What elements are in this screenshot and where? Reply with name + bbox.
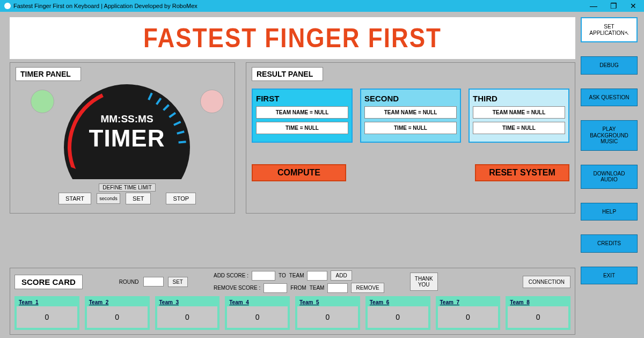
result-team-field: TEAM NAME = NULL — [473, 106, 565, 119]
result-time-field: TIME = NULL — [364, 122, 457, 134]
team-label: TEAM — [310, 285, 325, 291]
compute-button[interactable]: COMPUTE — [252, 164, 346, 181]
result-team-field: TEAM NAME = NULL — [364, 106, 457, 119]
close-button[interactable]: ✕ — [627, 2, 640, 10]
banner: FASTEST FINGER FIRST — [10, 17, 575, 59]
maximize-button[interactable]: ❐ — [607, 2, 620, 10]
to-label: TO — [279, 273, 286, 278]
result-panel-title: RESULT PANEL — [252, 67, 323, 81]
titlebar: Fastest Finger First on Keyboard | Appli… — [0, 0, 644, 12]
window-title: Fastest Finger First on Keyboard | Appli… — [13, 3, 197, 9]
remove-score-input[interactable] — [264, 283, 287, 293]
add-score-label: ADD SCORE : — [214, 273, 248, 278]
define-time-limit-label: DEFINE TIME LIMIT — [99, 183, 156, 192]
team-box: Team_30 — [155, 296, 220, 330]
exit-button[interactable]: EXIT — [581, 267, 638, 285]
team-score-value: 0 — [297, 306, 358, 328]
team-score-value: 0 — [157, 306, 218, 328]
timer-label: TIMER — [64, 125, 190, 152]
team-score-value: 0 — [17, 306, 77, 328]
debug-button[interactable]: DEBUG — [581, 56, 638, 75]
from-label: FROM — [290, 285, 306, 291]
help-button[interactable]: HELP — [581, 203, 638, 221]
team-name-label: Team_4 — [227, 298, 288, 306]
team-label: TEAM — [289, 273, 304, 278]
result-time-field: TIME = NULL — [473, 122, 565, 134]
team-name-label: Team_7 — [438, 298, 499, 306]
result-card-second: SECOND TEAM NAME = NULL TIME = NULL — [360, 89, 461, 143]
green-indicator-icon — [31, 90, 54, 113]
timer-gauge: MM:SS:MS TIMER — [64, 84, 190, 159]
team-box: Team_50 — [295, 296, 360, 330]
team-box: Team_20 — [85, 296, 150, 330]
remove-button[interactable]: REMOVE — [351, 283, 384, 293]
team-name-label: Team_8 — [508, 298, 568, 306]
result-card-third: THIRD TEAM NAME = NULL TIME = NULL — [469, 89, 569, 143]
set-application-button[interactable]: SETAPPLICATION↖ — [581, 17, 638, 42]
team-name-label: Team_3 — [157, 298, 218, 306]
team-name-label: Team_2 — [87, 298, 148, 306]
sidebar: SETAPPLICATION↖ DEBUG ASK QUESTION PLAYB… — [581, 12, 644, 338]
download-audio-button[interactable]: DOWNLOADAUDIO — [581, 165, 638, 189]
remove-score-label: REMOVE SCORE : — [214, 285, 260, 291]
set-round-button[interactable]: SET — [168, 277, 188, 287]
banner-title: FASTEST FINGER FIRST — [143, 23, 442, 54]
result-rank-label: SECOND — [364, 94, 457, 103]
result-team-field: TEAM NAME = NULL — [256, 106, 348, 119]
round-label: ROUND — [119, 279, 139, 285]
result-card-first: FIRST TEAM NAME = NULL TIME = NULL — [252, 89, 353, 143]
team-score-value: 0 — [438, 306, 499, 328]
seconds-input[interactable]: seconds — [97, 193, 120, 204]
team-score-value: 0 — [368, 306, 428, 328]
team-box: Team_70 — [436, 296, 501, 330]
team-score-value: 0 — [227, 306, 288, 328]
start-button[interactable]: START — [58, 193, 91, 204]
add-score-input[interactable] — [252, 271, 275, 281]
result-rank-label: THIRD — [473, 94, 565, 103]
timer-panel-title: TIMER PANEL — [16, 67, 81, 81]
team-score-value: 0 — [508, 306, 568, 328]
round-input[interactable] — [143, 277, 164, 286]
connection-button[interactable]: CONNECTION — [523, 276, 570, 288]
play-music-button[interactable]: PLAYBACKGROUNDMUSIC — [581, 120, 638, 151]
team-score-value: 0 — [87, 306, 148, 328]
team-box: Team_10 — [14, 296, 79, 330]
minimize-button[interactable]: — — [587, 2, 601, 10]
team-box: Team_60 — [365, 296, 430, 330]
add-team-input[interactable] — [307, 271, 327, 281]
result-panel: RESULT PANEL FIRST TEAM NAME = NULL TIME… — [246, 62, 575, 214]
timer-panel: TIMER PANEL MM:SS:MS TIMER — [10, 62, 235, 214]
add-button[interactable]: ADD — [331, 270, 352, 281]
team-box: Team_40 — [225, 296, 290, 330]
ask-question-button[interactable]: ASK QUESTION — [581, 89, 638, 107]
scorecard-title: SCORE CARD — [14, 275, 83, 289]
scorecard-panel: SCORE CARD ROUND SET ADD SCORE : TO TEAM… — [10, 268, 575, 335]
set-timer-button[interactable]: SET — [126, 193, 151, 204]
team-name-label: Team_1 — [17, 298, 77, 306]
timer-format-label: MM:SS:MS — [64, 113, 190, 125]
remove-team-input[interactable] — [327, 283, 348, 293]
app-icon — [4, 3, 11, 9]
team-name-label: Team_5 — [297, 298, 358, 306]
thank-you-button[interactable]: THANKYOU — [410, 273, 438, 291]
team-box: Team_80 — [506, 296, 570, 330]
result-rank-label: FIRST — [256, 94, 348, 103]
credits-button[interactable]: CREDITS — [581, 234, 638, 253]
team-name-label: Team_6 — [368, 298, 428, 306]
reset-system-button[interactable]: RESET SYSTEM — [475, 164, 569, 181]
result-time-field: TIME = NULL — [256, 122, 348, 134]
pink-indicator-icon — [200, 90, 224, 113]
stop-button[interactable]: STOP — [166, 193, 196, 204]
